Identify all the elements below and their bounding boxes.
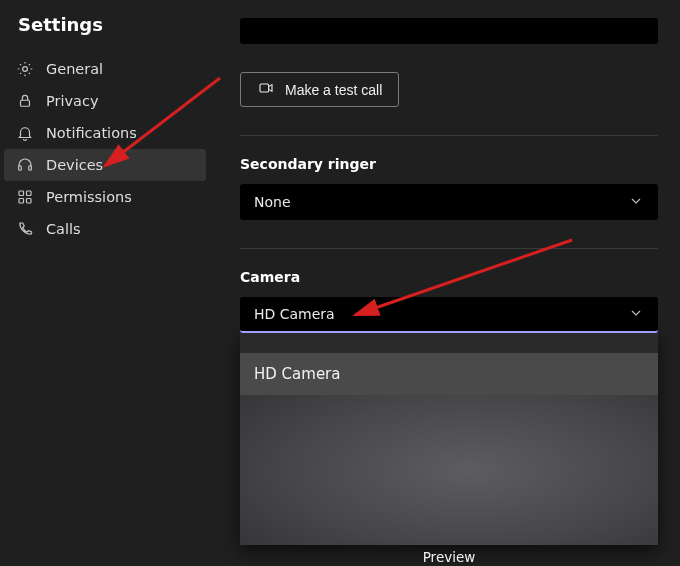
select-value: None xyxy=(254,194,291,210)
make-test-call-button[interactable]: Make a test call xyxy=(240,72,399,107)
sidebar-item-calls[interactable]: Calls xyxy=(4,213,206,245)
svg-rect-7 xyxy=(27,199,32,204)
sidebar-item-label: Permissions xyxy=(46,189,132,205)
divider xyxy=(240,248,658,249)
chevron-down-icon xyxy=(628,193,644,212)
dropdown-header xyxy=(240,333,658,353)
apps-icon xyxy=(16,188,34,206)
test-call-icon xyxy=(257,80,275,99)
main-panel: Make a test call Secondary ringer None C… xyxy=(210,0,680,566)
sidebar-item-permissions[interactable]: Permissions xyxy=(4,181,206,213)
sidebar-item-label: Notifications xyxy=(46,125,137,141)
svg-point-0 xyxy=(23,67,28,72)
camera-option[interactable]: HD Camera xyxy=(240,353,658,395)
sidebar-nav: General Privacy Notifications Devices xyxy=(4,53,206,245)
svg-rect-8 xyxy=(260,84,269,92)
svg-rect-2 xyxy=(19,166,22,171)
svg-rect-5 xyxy=(27,191,32,196)
sidebar: Settings General Privacy Notifications xyxy=(0,0,210,566)
select-value: HD Camera xyxy=(254,306,335,322)
camera-label: Camera xyxy=(240,269,658,285)
sidebar-item-general[interactable]: General xyxy=(4,53,206,85)
settings-window: Settings General Privacy Notifications xyxy=(0,0,680,566)
phone-icon xyxy=(16,220,34,238)
button-label: Make a test call xyxy=(285,82,382,98)
svg-rect-4 xyxy=(19,191,24,196)
option-label: HD Camera xyxy=(254,365,340,383)
sidebar-item-label: Privacy xyxy=(46,93,99,109)
sidebar-item-label: Devices xyxy=(46,157,103,173)
gear-icon xyxy=(16,60,34,78)
speaker-select-truncated[interactable] xyxy=(240,18,658,44)
camera-preview xyxy=(240,395,658,545)
camera-select[interactable]: HD Camera xyxy=(240,297,658,333)
svg-rect-1 xyxy=(21,100,30,106)
secondary-ringer-label: Secondary ringer xyxy=(240,156,658,172)
bell-icon xyxy=(16,124,34,142)
page-title: Settings xyxy=(4,8,206,53)
sidebar-item-label: General xyxy=(46,61,103,77)
svg-rect-6 xyxy=(19,199,24,204)
preview-label: Preview xyxy=(240,545,658,565)
camera-dropdown-panel: HD Camera xyxy=(240,333,658,545)
lock-icon xyxy=(16,92,34,110)
sidebar-item-label: Calls xyxy=(46,221,81,237)
sidebar-item-privacy[interactable]: Privacy xyxy=(4,85,206,117)
secondary-ringer-select[interactable]: None xyxy=(240,184,658,220)
divider xyxy=(240,135,658,136)
sidebar-item-devices[interactable]: Devices xyxy=(4,149,206,181)
svg-rect-3 xyxy=(29,166,32,171)
chevron-down-icon xyxy=(628,305,644,324)
headset-icon xyxy=(16,156,34,174)
sidebar-item-notifications[interactable]: Notifications xyxy=(4,117,206,149)
